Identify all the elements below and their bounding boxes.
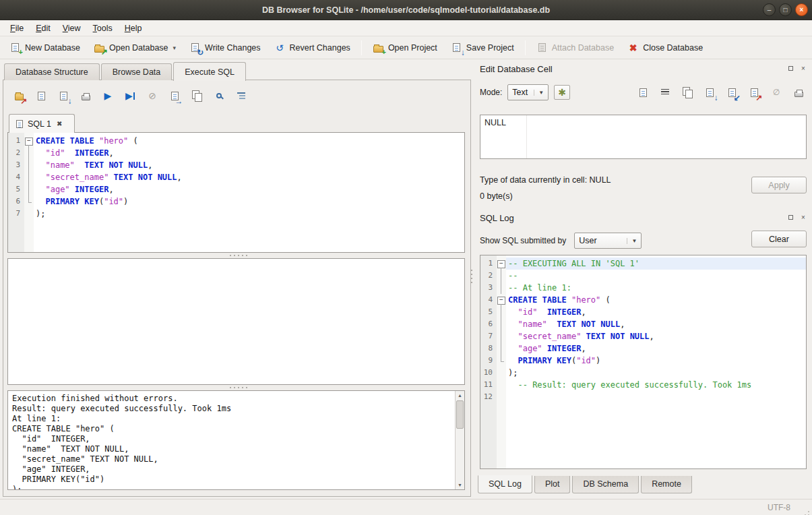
line-number: 2	[8, 147, 24, 159]
close-icon[interactable]: ×	[795, 3, 808, 16]
mode-label: Mode:	[480, 88, 502, 97]
toolbar-button-label: Write Changes	[205, 43, 260, 53]
code-text: --	[506, 270, 806, 282]
code-line: 12	[480, 391, 806, 403]
close-tab-icon[interactable]: ✖	[57, 120, 62, 127]
menu-view[interactable]: View	[57, 22, 87, 35]
close-database-icon: ✖	[627, 42, 639, 53]
line-number: 10	[480, 367, 497, 379]
minimize-icon[interactable]: –	[763, 3, 776, 16]
resize-grip-icon[interactable]	[808, 511, 809, 512]
float-dock-icon[interactable]	[786, 64, 794, 72]
print-cell-icon[interactable]	[790, 85, 807, 100]
paste-cell-icon[interactable]: ↓	[701, 85, 718, 100]
menu-edit[interactable]: Edit	[30, 22, 57, 35]
menu-help[interactable]: Help	[119, 22, 148, 35]
scroll-down-icon[interactable]: ▼	[456, 481, 464, 489]
tab-execute-sql[interactable]: Execute SQL	[173, 62, 246, 81]
close-database-button[interactable]: ✖ Close Database	[621, 38, 710, 57]
title-bar: DB Browser for SQLite - /home/user/code/…	[0, 0, 812, 20]
write-changes-button[interactable]: ↻ Write Changes	[183, 38, 267, 57]
revert-changes-button[interactable]: ↺ Revert Changes	[268, 38, 357, 57]
import-cell-icon[interactable]: ↙	[724, 85, 740, 100]
fold-gutter	[497, 282, 506, 294]
main-toolbar: + New Database ↗ Open Database ▾ ↻ Write…	[0, 36, 812, 59]
submitted-by-select[interactable]: User ▼	[574, 233, 642, 249]
toolbar-button-label: Save Project	[466, 43, 514, 53]
fold-gutter	[497, 330, 506, 342]
code-line: 4 "secret_name" TEXT NOT NULL,	[8, 171, 464, 183]
code-line: 5 "age" INTEGER,	[8, 183, 464, 195]
edit-cell-dock-buttons: ×	[786, 64, 807, 72]
messages-scrollbar[interactable]: ▲ ▼	[455, 391, 464, 489]
tab-database-structure[interactable]: Database Structure	[4, 63, 100, 80]
chevron-down-icon: ▼	[627, 238, 637, 244]
float-dock-icon[interactable]	[786, 213, 794, 221]
window-title: DB Browser for SQLite - /home/user/code/…	[262, 5, 550, 15]
results-grid[interactable]	[7, 258, 465, 385]
code-text: "secret_name" TEXT NOT NULL,	[506, 330, 806, 342]
new-database-button[interactable]: + New Database	[3, 38, 87, 57]
save-sql-file-icon[interactable]	[32, 88, 50, 104]
execute-current-line-icon[interactable]: ▶	[121, 88, 139, 104]
format-sql-icon[interactable]	[232, 88, 250, 104]
sql-editor-tab[interactable]: SQL 1 ✖	[9, 114, 75, 133]
save-project-button[interactable]: ↓ Save Project	[444, 38, 521, 57]
find-replace-icon[interactable]	[210, 88, 228, 104]
tab-remote[interactable]: Remote	[641, 476, 692, 493]
export-cell-icon[interactable]: ↗	[746, 85, 762, 100]
sql-log-view[interactable]: 1-- EXECUTING ALL IN 'SQL 1'2--3-- At li…	[480, 255, 807, 469]
tab-plot[interactable]: Plot	[534, 476, 571, 493]
pane-splitter-handle[interactable]	[471, 270, 472, 271]
cell-size-info: 0 byte(s)	[480, 191, 513, 201]
tab-db-schema[interactable]: DB Schema	[572, 476, 639, 493]
execute-sql-toolbar: ↗ ↓ ▶ ▶ ⊘ →	[10, 87, 250, 104]
close-dock-icon[interactable]: ×	[799, 64, 807, 72]
app-window: DB Browser for SQLite - /home/user/code/…	[0, 0, 812, 515]
open-database-button[interactable]: ↗ Open Database ▾	[87, 38, 183, 57]
code-line: 5 "id" INTEGER,	[480, 306, 806, 318]
scrollbar-thumb[interactable]	[456, 400, 464, 429]
menu-file[interactable]: File	[4, 22, 30, 35]
fold-marker-icon[interactable]	[497, 294, 506, 306]
sql-tab-label: SQL 1	[28, 119, 51, 129]
fold-gutter	[497, 355, 506, 367]
code-text: "age" INTEGER,	[506, 342, 806, 355]
splitter-handle[interactable]	[230, 255, 231, 256]
execute-all-icon[interactable]: ▶	[99, 88, 117, 104]
fold-marker-icon[interactable]	[497, 258, 506, 270]
code-line: 1-- EXECUTING ALL IN 'SQL 1'	[480, 258, 806, 270]
toolbar-button-label: New Database	[25, 43, 80, 53]
code-text: "secret_name" TEXT NOT NULL,	[34, 171, 464, 183]
open-project-button[interactable]: + Open Project	[366, 38, 444, 57]
menu-bar: File Edit View Tools Help	[0, 20, 812, 36]
mode-select[interactable]: Text ▼	[507, 84, 549, 100]
menu-tools[interactable]: Tools	[87, 22, 119, 35]
code-line: 7 "secret_name" TEXT NOT NULL,	[480, 330, 806, 342]
tab-browse-data[interactable]: Browse Data	[101, 63, 173, 80]
tab-sql-log[interactable]: SQL Log	[478, 475, 532, 493]
word-wrap-icon[interactable]	[657, 85, 673, 100]
print-icon[interactable]	[77, 88, 94, 104]
close-dock-icon[interactable]: ×	[799, 213, 807, 221]
cell-settings-icon[interactable]: ✱	[554, 85, 570, 100]
splitter-handle[interactable]	[230, 387, 231, 388]
right-pane: Edit Database Cell × Mode: Text ▼ ✱ ↓ ↙ …	[474, 59, 812, 499]
fold-marker-icon[interactable]	[24, 135, 34, 147]
scroll-up-icon[interactable]: ▲	[456, 391, 464, 400]
maximize-icon[interactable]: □	[779, 3, 792, 16]
copy-cell-icon[interactable]	[679, 85, 695, 100]
fold-gutter	[497, 270, 506, 282]
cell-value-editor[interactable]: NULL	[480, 115, 807, 159]
open-sql-file-icon[interactable]: ↗	[10, 88, 28, 104]
save-sql-as-icon[interactable]: ↓	[55, 88, 72, 104]
fold-gutter	[497, 391, 506, 403]
export-sql-icon[interactable]: →	[166, 88, 183, 104]
attach-database-icon	[536, 42, 548, 53]
text-view-icon[interactable]	[635, 85, 651, 100]
line-number: 3	[8, 159, 24, 171]
copy-sql-icon[interactable]	[188, 88, 206, 104]
clear-log-button[interactable]: Clear	[751, 231, 807, 247]
stop-icon: ⊘	[144, 88, 161, 104]
sql-editor[interactable]: 1CREATE TABLE "hero" (2 "id" INTEGER,3 "…	[7, 132, 465, 253]
